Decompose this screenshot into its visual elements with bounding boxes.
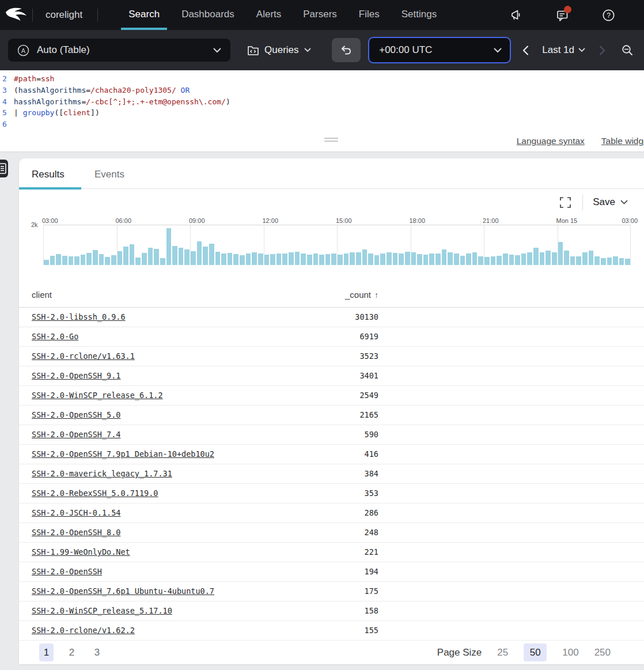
page-size-controls: Page Size 2550100250 bbox=[437, 643, 611, 661]
page-size-button-250[interactable]: 250 bbox=[594, 643, 611, 661]
histogram-bar bbox=[289, 252, 294, 265]
histogram-bar bbox=[521, 253, 526, 265]
table-row: SSH-2.0-OpenSSH_8.0248 bbox=[19, 523, 644, 543]
histogram-bar bbox=[319, 255, 324, 265]
table-widget-link[interactable]: Table widget bbox=[601, 136, 644, 146]
queries-button[interactable]: Queries bbox=[247, 44, 311, 56]
timezone-select[interactable]: +00:00 UTC bbox=[368, 37, 511, 63]
chevron-down-icon bbox=[578, 48, 585, 52]
chevron-down-icon bbox=[494, 48, 502, 53]
histogram-bar bbox=[533, 248, 539, 265]
page-size-button-25[interactable]: 25 bbox=[497, 643, 508, 661]
histogram-bar bbox=[130, 244, 135, 265]
language-syntax-link[interactable]: Language syntax bbox=[517, 136, 585, 146]
announcements-button[interactable] bbox=[509, 8, 523, 22]
histogram-bar bbox=[74, 256, 79, 265]
pagination-bar: 123 Page Size 2550100250 bbox=[19, 641, 644, 664]
resize-drag-handle[interactable] bbox=[324, 138, 338, 143]
column-header-count[interactable]: _count↑ bbox=[19, 290, 378, 300]
nav-item-settings[interactable]: Settings bbox=[391, 0, 448, 30]
table-row: SSH-2.0-rclone/v1.62.2155 bbox=[19, 621, 644, 641]
zoom-out-time-button[interactable] bbox=[619, 41, 636, 59]
feedback-button[interactable] bbox=[555, 8, 569, 22]
query-editor[interactable]: 2#path=ssh3(hasshAlgorithms=/chacha20-po… bbox=[0, 70, 644, 131]
count-value: 175 bbox=[19, 586, 378, 596]
event-histogram: 2k 03:0006:0009:0012:0015:0018:0021:00Mo… bbox=[19, 216, 644, 271]
query-line: 6 bbox=[0, 119, 644, 130]
brand-name: corelight bbox=[46, 9, 82, 21]
page-size-button-100[interactable]: 100 bbox=[562, 643, 578, 661]
query-code: (hasshAlgorithms=/chacha20-poly1305/ OR bbox=[14, 85, 190, 96]
histogram-bar bbox=[625, 259, 630, 265]
histogram-bar bbox=[215, 252, 221, 265]
x-axis-tick: 09:00 bbox=[189, 217, 205, 224]
histogram-plot: 03:0006:0009:0012:0015:0018:0021:00Mon 1… bbox=[43, 225, 631, 265]
help-links: Language syntax Table widget bbox=[517, 136, 644, 146]
histogram-bar bbox=[545, 251, 551, 265]
histogram-bar bbox=[484, 257, 490, 265]
nav-item-alerts[interactable]: Alerts bbox=[245, 0, 292, 30]
x-axis-tick: 06:00 bbox=[116, 217, 132, 224]
count-value: 248 bbox=[19, 528, 378, 537]
histogram-bar bbox=[184, 249, 190, 265]
undo-button[interactable] bbox=[332, 38, 361, 62]
query-line: 5| groupby([client]) bbox=[0, 107, 644, 119]
histogram-bar bbox=[301, 253, 306, 265]
histogram-bar bbox=[393, 253, 398, 265]
histogram-bar bbox=[454, 253, 459, 265]
time-back-button[interactable] bbox=[516, 40, 535, 60]
count-value: 3523 bbox=[19, 351, 378, 361]
nav-item-files[interactable]: Files bbox=[348, 0, 391, 30]
histogram-bar bbox=[307, 255, 312, 265]
chevron-down-icon bbox=[213, 48, 221, 53]
histogram-bar bbox=[325, 254, 331, 265]
nav-item-search[interactable]: Search bbox=[118, 0, 171, 30]
svg-text:A: A bbox=[21, 47, 26, 54]
table-row: SSH-2.0-OpenSSH_7.6p1 Ubuntu-4ubuntu0.71… bbox=[19, 582, 644, 601]
count-value: 155 bbox=[19, 626, 378, 635]
histogram-bar bbox=[405, 252, 410, 265]
histogram-bar bbox=[197, 241, 202, 265]
tab-events[interactable]: Events bbox=[94, 158, 124, 189]
histogram-bar bbox=[399, 253, 404, 265]
page-button-3[interactable]: 3 bbox=[90, 643, 104, 661]
view-type-value: Auto (Table) bbox=[37, 44, 90, 56]
help-button[interactable]: ? bbox=[601, 8, 615, 22]
page-button-2[interactable]: 2 bbox=[65, 643, 79, 661]
query-line: 2#path=ssh bbox=[0, 73, 644, 85]
view-type-select[interactable]: A Auto (Table) bbox=[8, 39, 230, 62]
histogram-bar bbox=[282, 253, 287, 265]
histogram-bar bbox=[435, 253, 441, 265]
queries-label: Queries bbox=[264, 44, 299, 56]
histogram-bar bbox=[228, 253, 233, 265]
histogram-bar bbox=[472, 252, 478, 265]
corelight-logo[interactable] bbox=[0, 6, 32, 24]
histogram-bar bbox=[478, 256, 483, 265]
histogram-bar bbox=[221, 253, 226, 265]
tab-results[interactable]: Results bbox=[19, 158, 81, 189]
x-axis-tick: 15:00 bbox=[336, 217, 352, 224]
query-code: #path=ssh bbox=[14, 73, 54, 85]
histogram-bar bbox=[350, 252, 355, 265]
page-size-button-50[interactable]: 50 bbox=[524, 643, 547, 661]
save-button[interactable]: Save bbox=[593, 196, 628, 208]
time-forward-button[interactable] bbox=[592, 40, 612, 60]
table-row: SSH-2.0-OpenSSH_7.9p1 Debian-10+deb10u24… bbox=[19, 445, 644, 464]
saved-queries-icon bbox=[247, 45, 259, 56]
fullscreen-button[interactable] bbox=[558, 195, 573, 210]
divider bbox=[582, 194, 583, 210]
table-row: SSH-2.0-libssh_0.9.630130 bbox=[19, 308, 644, 327]
side-panel-toggle[interactable] bbox=[0, 160, 8, 177]
nav-item-parsers[interactable]: Parsers bbox=[292, 0, 348, 30]
query-toolbar: A Auto (Table) Queries +00:00 UTC bbox=[0, 30, 644, 70]
line-number: 3 bbox=[0, 85, 9, 96]
time-range-select[interactable]: Last 1d bbox=[542, 44, 585, 56]
histogram-bar bbox=[601, 258, 606, 265]
main-nav: SearchDashboardsAlertsParsersFilesSettin… bbox=[118, 0, 448, 30]
histogram-bars bbox=[43, 225, 631, 265]
nav-item-dashboards[interactable]: Dashboards bbox=[171, 0, 245, 30]
histogram-bar bbox=[56, 254, 61, 265]
page-size-label: Page Size bbox=[437, 647, 482, 658]
histogram-bar bbox=[576, 256, 581, 265]
page-button-1[interactable]: 1 bbox=[39, 643, 54, 661]
